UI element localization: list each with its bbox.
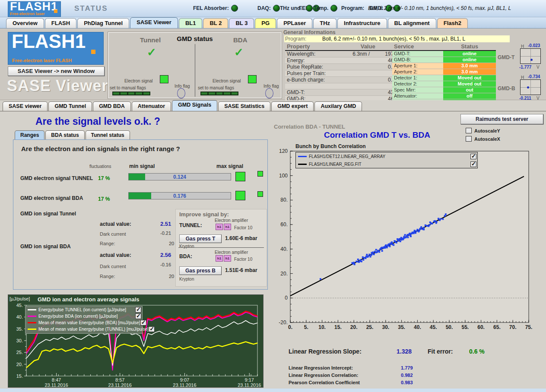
tab-sase-viewer[interactable]: SASE Viewer — [130, 17, 178, 28]
tab-phdiag-tunnel[interactable]: PhDiag Tunnel — [77, 18, 129, 28]
subtab-gmd-tunnel[interactable]: GMD Tunnel — [48, 101, 92, 111]
svg-text:8:57: 8:57 — [115, 377, 124, 383]
ranges-panel: Are the electron and ion signals in the … — [13, 139, 268, 290]
tab-tunnel-status[interactable]: Tunnel status — [86, 130, 130, 139]
tunnel-amp-button-2[interactable]: h1 — [224, 224, 231, 230]
tab-infrastructure[interactable]: Infrastructure — [337, 18, 387, 28]
raimunds-test-server-button[interactable]: Raimunds test server — [460, 114, 543, 124]
bda-signal-value: 0.176 — [129, 193, 231, 199]
tunnel-manual-flags-bar[interactable] — [112, 92, 150, 95]
subtab-auxilary-gmd[interactable]: Auxilary GMD — [314, 101, 362, 111]
gmd-status-divider — [195, 44, 195, 97]
application-window: FLASH1 Free-electron laser STATUS FEL: G… — [0, 0, 546, 392]
status-badge: online — [443, 57, 496, 63]
tab-flash[interactable]: FLASH — [45, 18, 76, 28]
legend-label: Mean of mean value Energy/pulse (TUNNEL)… — [38, 327, 149, 332]
gmd-status-panel: Tunnel GMD status BDA ✓ ✓ Electron signa… — [108, 32, 282, 98]
subtab-sase-statistics[interactable]: SASE Statistics — [218, 101, 270, 111]
improve-signal-panel: Improve signal by: TUNNEL: Electron ampl… — [175, 209, 267, 287]
tab-thz[interactable]: THz — [313, 18, 336, 28]
intercept-value: 1.779 — [401, 365, 413, 370]
bda-amp-label: Electron amplifier — [215, 250, 248, 255]
bda-amp-button-2[interactable]: h1 — [224, 255, 231, 262]
tab-pg[interactable]: PG — [255, 18, 276, 28]
autoscale-x-checkbox[interactable] — [466, 136, 472, 142]
tab-bl1[interactable]: BL1 — [179, 18, 203, 28]
ion-tunnel-title: GMD ion signal Tunnel — [20, 211, 76, 217]
bda-manual-flags-bar[interactable] — [200, 92, 238, 95]
mean-bda-legend-checkbox[interactable] — [140, 320, 146, 326]
tunnel-info-flag-indicator[interactable] — [177, 88, 185, 98]
program-label: Program: — [341, 5, 364, 11]
svg-text:30.: 30. — [382, 324, 389, 330]
ion-tunnel-dark-value: -0.21 — [160, 231, 171, 236]
intercept-label: Linear Regression Intercept: — [289, 365, 353, 370]
ion-tunnel-range-label: Range: — [100, 241, 115, 246]
tab-bl-alignment[interactable]: BL alignment — [388, 18, 436, 28]
tunnel-ok-check-icon: ✓ — [147, 46, 156, 59]
bda-info-flag-label: Info flag — [263, 84, 279, 89]
new-window-button[interactable]: SASE Viewer -> new Window — [8, 66, 105, 76]
tab-bl2[interactable]: BL 2 — [203, 18, 228, 28]
bottom-frame — [0, 389, 546, 392]
tunnel-amp-button-1[interactable]: h1 — [216, 224, 223, 230]
bda-info-flag-indicator[interactable] — [265, 88, 273, 98]
improve-tunnel-label: TUNNEL: — [179, 222, 202, 228]
legend-item: Mean of mean value Energy/pulse (BDA) [m… — [25, 319, 142, 326]
bda-ok-check-icon: ✓ — [234, 46, 244, 59]
svg-text:9:17: 9:17 — [245, 377, 254, 383]
tunnel-gas-name: Krypton — [179, 244, 194, 249]
subtab-gmd-bda[interactable]: GMD BDA — [93, 101, 131, 111]
autoscale-y-checkbox[interactable] — [466, 128, 472, 133]
regression-stats: Linear Regression Slope: 1.328 Fit error… — [271, 341, 536, 386]
tunnel-signal-value: 0.124 — [129, 174, 231, 180]
reg-array-legend-swatch — [298, 156, 307, 157]
tab-bl3[interactable]: BL 3 — [229, 18, 254, 28]
gas-press-b-button[interactable]: Gas press B — [179, 266, 222, 275]
legend-label: Energy/pulse BDA (ion current) [µJ/pulse… — [38, 314, 135, 319]
table-row: Aperture 1:3.0 mm — [392, 63, 496, 69]
svg-text:80.: 80. — [280, 197, 288, 203]
bda-electron-signal-label: Electron signal — [213, 79, 241, 83]
correlation-title: Correlation GMD T vs. BDA — [324, 130, 430, 140]
correlation-label: Linear Regression Correlation: — [289, 373, 358, 378]
autoscale-y-label: AutoscaleY — [474, 128, 500, 133]
tab-pplaser[interactable]: PPLaser — [277, 18, 312, 28]
content-area: Are the signal levels o.k. ? Ranges BDA … — [0, 111, 546, 389]
gas-press-t-button[interactable]: Gas press T — [179, 234, 222, 243]
general-info-program-row: Program: Boll, 6.2 nm+/- 0.10 nm, 1 bunc… — [284, 35, 510, 42]
thz-und-led — [306, 5, 313, 12]
subtab-gmd-expert[interactable]: GMD expert — [271, 101, 314, 111]
max-signal-col-label: max signal — [216, 163, 243, 169]
status-badge: Moved out — [443, 81, 496, 87]
autoscale-y-row: AutoscaleY — [466, 128, 500, 133]
tab-flash2[interactable]: Flash2 — [437, 18, 468, 28]
subtab-attenuator[interactable]: Attenuator — [132, 101, 171, 111]
svg-text:23.11.2016: 23.11.2016 — [44, 383, 68, 388]
status-badge: 3.0 mm — [443, 69, 496, 75]
bda-electron-row-label: GMD electron signal BDA — [20, 195, 83, 201]
bda-aux-led — [257, 191, 263, 197]
mean-tunnel-legend-checkbox[interactable] — [149, 326, 155, 332]
bda-ion-legend-checkbox[interactable] — [135, 313, 141, 319]
reg-array-legend-checkbox[interactable] — [470, 154, 476, 159]
subtab-sase-viewer[interactable]: SASE viewer — [3, 101, 48, 111]
reg-fit-legend-checkbox[interactable] — [470, 161, 476, 167]
bda-amp-button-1[interactable]: h1 — [216, 255, 223, 262]
autoscale-x-row: AutoscaleX — [466, 136, 500, 142]
tunnel-electron-signal-label: Electron signal — [124, 79, 153, 83]
gmd-t-v-axis-label: V — [536, 65, 540, 70]
tab-bda-status[interactable]: BDA status — [45, 130, 84, 139]
status-badge: Moved out — [443, 75, 496, 81]
scatter-legend: FLASH1/DET12.LINEAR_REG_ARRAY FLASH1/LIN… — [295, 152, 478, 168]
ion-tunnel-dark-label: Dark current — [100, 231, 126, 237]
tab-overview[interactable]: Overview — [6, 18, 44, 28]
subtab-gmd-signals[interactable]: GMD Signals — [172, 100, 217, 111]
tunnel-ion-legend-checkbox[interactable] — [135, 307, 141, 313]
table-row: Attenuator:off — [392, 93, 496, 99]
tab-ranges[interactable]: Ranges — [15, 130, 44, 139]
temp-label: Temp. — [314, 5, 328, 11]
service-col-header: Service — [392, 43, 443, 51]
svg-text:100: 100 — [279, 173, 288, 179]
property-col-header: Property — [285, 43, 336, 51]
